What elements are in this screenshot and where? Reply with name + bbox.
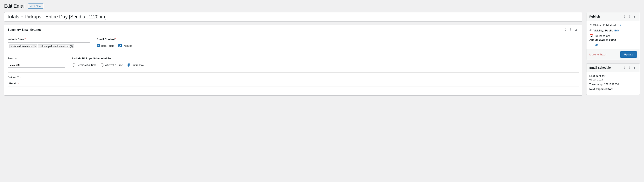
status-row: ⚑ Status: Published Edit [589,23,637,27]
status-edit-link[interactable]: Edit [617,24,622,27]
schedule-collapse-up-btn[interactable]: ⇧ [622,66,626,70]
visibility-edit-link[interactable]: Edit [614,29,619,32]
page-header: Edit Email Add New [4,3,640,9]
radio-after[interactable] [101,63,104,67]
visibility-label: Visibility: [594,29,604,32]
publish-toggle-btn[interactable]: ▲ [632,15,637,19]
send-at-label: Send at [8,57,66,60]
include-sites-section: Include Sites* × donutdrivein.com (1) × [8,38,90,50]
email-schedule-box: Email Schedule ⇧ ⇩ ▲ Last sent for: 07-2… [586,63,640,95]
publish-collapse-down-btn[interactable]: ⇩ [627,15,632,19]
published-on-row: 📅 Published on: Apr 28, 2024 at 09:42 [589,34,637,41]
schedule-toggle-btn[interactable]: ▲ [632,66,637,70]
publish-box-title: Publish [589,15,600,18]
deliver-to-label: Deliver To [8,76,578,79]
email-content-group: Email Content* Item Totals [97,38,578,49]
last-sent-label: Last sent for: [589,74,637,77]
include-sites-tags-input[interactable]: × donutdrivein.com (1) × driveup.donutdr… [8,42,90,50]
tag-driveup: × driveup.donutdrivein.com (2) [38,44,74,48]
email-content-section: Email Content* Item Totals [97,38,578,50]
include-pickups-group: Include Pickups Scheduled For: Before/At… [72,57,578,68]
visibility-value: Public [605,29,613,32]
metabox-collapse-down-btn[interactable]: ⇩ [568,28,573,32]
send-at-form-group: Send at [8,57,66,68]
timestamp-field: Timestamp: 1721797200 [589,83,637,86]
schedule-box-header: Email Schedule ⇧ ⇩ ▲ [586,63,640,72]
last-sent-value: 07-24-2024 [589,78,637,81]
timestamp-label: Timestamp: [589,83,603,86]
status-label: Status: [593,24,602,27]
publish-collapse-up-btn[interactable]: ⇧ [622,15,626,19]
include-sites-group: Include Sites* × donutdrivein.com (1) × [8,38,90,50]
radio-after-label[interactable]: After/At a Time [101,63,123,67]
email-content-checkboxes: Item Totals Pickups [97,42,578,49]
next-expected-field: Next expected for: [589,87,637,90]
include-pickups-form-group: Include Pickups Scheduled For: Before/At… [72,57,578,68]
calendar-icon: 📅 [589,34,593,37]
top-form-section: Include Sites* × donutdrivein.com (1) × [8,38,578,54]
metabox-body: Include Sites* × donutdrivein.com (1) × [4,34,582,95]
publish-box: Publish ⇧ ⇩ ▲ ⚑ Status: Published Edit [586,12,640,60]
page-title: Edit Email [4,3,26,9]
update-button[interactable]: Update [620,51,637,58]
deliver-to-section: Deliver To Email * [8,72,578,92]
include-sites-label: Include Sites* [8,38,90,41]
radio-entire-day[interactable] [127,63,130,67]
add-new-button[interactable]: Add New [28,4,44,9]
sidebar: Publish ⇧ ⇩ ▲ ⚑ Status: Published Edit [586,12,640,95]
send-at-group: Send at [8,57,66,68]
send-at-section: Send at Include Pickups Scheduled For: [8,54,578,71]
email-content-label: Email Content* [97,38,578,41]
next-expected-label: Next expected for: [589,87,637,90]
table-row [8,86,578,92]
content-area: Summary Email Settings ⇧ ⇩ ▲ [4,12,582,96]
status-value: Published [603,24,616,27]
visibility-row: 👁 Visibility: Public Edit [589,29,637,32]
radio-entire-day-label[interactable]: Entire Day [127,63,144,67]
pickups-checkbox[interactable] [118,44,122,47]
item-totals-checkbox-label[interactable]: Item Totals [97,44,114,47]
schedule-box-title: Email Schedule [589,66,610,69]
main-layout: Summary Email Settings ⇧ ⇩ ▲ [4,12,640,96]
schedule-box-body: Last sent for: 07-24-2024 Timestamp: 172… [586,72,640,95]
schedule-box-controls: ⇧ ⇩ ▲ [622,66,637,70]
tag-remove-donutdrivein[interactable]: × [11,45,12,48]
last-sent-field: Last sent for: 07-24-2024 [589,74,637,81]
move-to-trash-button[interactable]: Move to Trash [589,53,606,56]
include-pickups-label: Include Pickups Scheduled For: [72,57,578,60]
publish-box-footer: Move to Trash Update [586,49,640,60]
publish-box-body: ⚑ Status: Published Edit 👁 Visibility: P… [586,21,640,49]
tag-remove-driveup[interactable]: × [40,45,41,48]
metabox-collapse-up-btn[interactable]: ⇧ [563,28,568,32]
required-star: * [24,38,26,41]
tag-donutdrivein: × donutdrivein.com (1) [10,44,37,48]
publish-box-controls: ⇧ ⇩ ▲ [622,15,637,19]
metabox-controls: ⇧ ⇩ ▲ [563,28,578,32]
post-title-input[interactable] [4,12,582,22]
metabox-header: Summary Email Settings ⇧ ⇩ ▲ [4,25,582,34]
email-required-star: * [115,38,116,41]
radio-before-label[interactable]: Before/At a Time [72,63,96,67]
deliver-to-table: Email * [8,81,578,92]
radio-before[interactable] [72,63,75,67]
metabox-toggle-btn[interactable]: ▲ [574,28,578,32]
published-on-edit-link[interactable]: Edit [594,43,598,47]
published-on-value: Apr 28, 2024 at 09:42 [589,38,616,41]
timestamp-value: 1721797200 [604,83,619,86]
summary-settings-metabox: Summary Email Settings ⇧ ⇩ ▲ [4,25,582,96]
item-totals-checkbox[interactable] [97,44,100,47]
deliver-required-star: * [18,82,18,85]
published-on-label: Published on: [594,34,610,37]
send-at-input[interactable] [8,62,66,68]
pickups-radio-group: Before/At a Time After/At a Time Entire … [72,62,578,68]
published-on-edit-row: Edit [589,43,637,47]
pickups-checkbox-label[interactable]: Pickups [118,44,132,47]
schedule-collapse-down-btn[interactable]: ⇩ [627,66,632,70]
status-icon: ⚑ [589,23,592,27]
visibility-icon: 👁 [589,29,592,32]
metabox-title: Summary Email Settings [8,28,42,31]
publish-box-header: Publish ⇧ ⇩ ▲ [586,13,640,21]
email-column-header: Email * [8,81,578,86]
